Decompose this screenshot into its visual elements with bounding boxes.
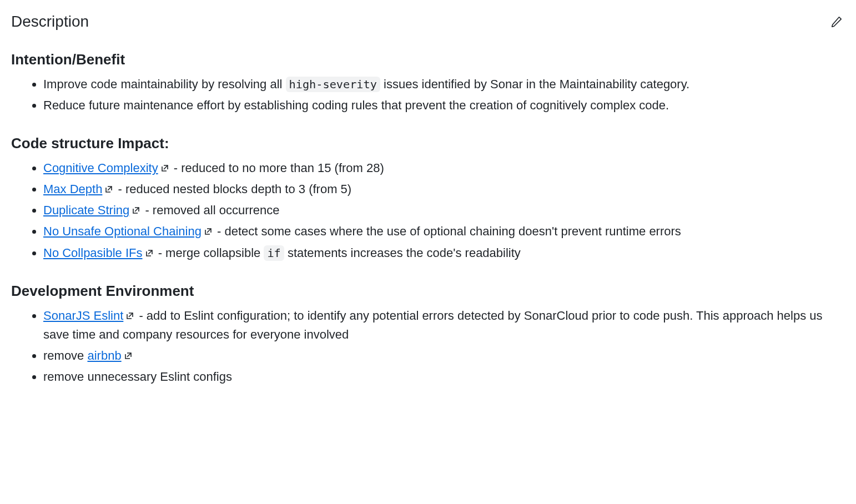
link-duplicate-string[interactable]: Duplicate String bbox=[43, 203, 129, 217]
external-link-icon bbox=[125, 311, 134, 320]
section-impact: Code structure Impact: Cognitive Complex… bbox=[11, 133, 845, 262]
external-link-icon bbox=[132, 206, 140, 215]
list-item: Cognitive Complexity - reduced to no mor… bbox=[43, 159, 845, 178]
list-item: remove unnecessary Eslint configs bbox=[43, 367, 845, 386]
external-link-icon bbox=[204, 227, 213, 236]
inline-code: if bbox=[264, 245, 284, 261]
external-link-icon bbox=[160, 164, 169, 173]
page-title: Description bbox=[11, 10, 89, 33]
link-cognitive-complexity[interactable]: Cognitive Complexity bbox=[43, 161, 158, 175]
intention-list: Improve code maintainability by resolvin… bbox=[11, 75, 845, 115]
list-item: Duplicate String - removed all occurrenc… bbox=[43, 201, 845, 220]
list-item: SonarJS Eslint - add to Eslint configura… bbox=[43, 306, 845, 344]
external-link-icon bbox=[104, 185, 113, 194]
external-link-icon bbox=[145, 249, 154, 258]
list-item: Max Depth - reduced nested blocks depth … bbox=[43, 180, 845, 199]
list-item: remove airbnb bbox=[43, 346, 845, 365]
devenv-list: SonarJS Eslint - add to Eslint configura… bbox=[11, 306, 845, 386]
link-no-collapsible-ifs[interactable]: No Collpasible IFs bbox=[43, 246, 143, 260]
inline-code: high-severity bbox=[286, 77, 380, 92]
section-heading: Development Environment bbox=[11, 280, 845, 302]
description-header: Description bbox=[11, 10, 845, 33]
external-link-icon bbox=[124, 351, 133, 360]
edit-button[interactable] bbox=[828, 13, 845, 30]
link-max-depth[interactable]: Max Depth bbox=[43, 182, 102, 196]
list-item: No Collpasible IFs - merge collapsible i… bbox=[43, 244, 845, 263]
section-heading: Code structure Impact: bbox=[11, 133, 845, 154]
link-sonarjs-eslint[interactable]: SonarJS Eslint bbox=[43, 309, 123, 322]
section-intention: Intention/Benefit Improve code maintaina… bbox=[11, 49, 845, 115]
section-devenv: Development Environment SonarJS Eslint -… bbox=[11, 280, 845, 386]
list-item: Reduce future maintenance effort by esta… bbox=[43, 96, 845, 115]
link-airbnb[interactable]: airbnb bbox=[87, 349, 121, 362]
list-item: Improve code maintainability by resolvin… bbox=[43, 75, 845, 94]
list-item: No Unsafe Optional Chaining - detect som… bbox=[43, 222, 845, 241]
link-no-unsafe-optional-chaining[interactable]: No Unsafe Optional Chaining bbox=[43, 224, 202, 238]
pencil-icon bbox=[830, 16, 843, 28]
impact-list: Cognitive Complexity - reduced to no mor… bbox=[11, 159, 845, 262]
section-heading: Intention/Benefit bbox=[11, 49, 845, 70]
